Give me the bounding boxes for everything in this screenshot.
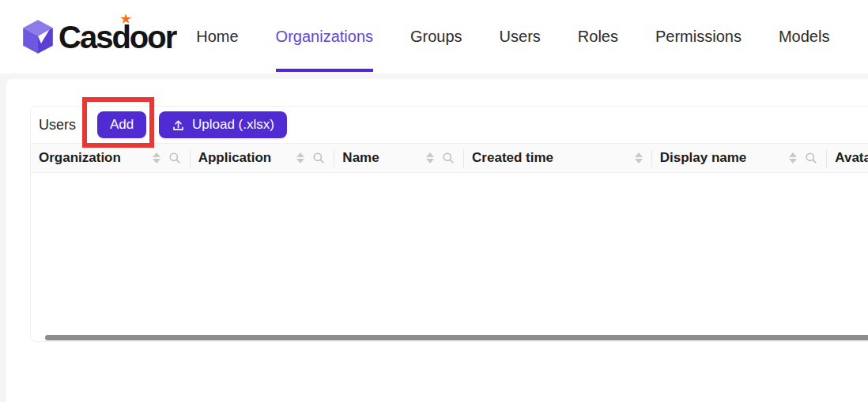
search-icon[interactable] xyxy=(442,152,455,164)
panel-toolbar: Users Add Upload (.xlsx) xyxy=(31,107,868,143)
horizontal-scrollbar[interactable] xyxy=(31,334,868,341)
upload-button-label: Upload (.xlsx) xyxy=(192,117,274,133)
annotation-highlight-box xyxy=(82,97,154,148)
top-nav-bar: Casdoor ★ Home Organizations Groups User… xyxy=(0,0,868,73)
search-icon[interactable] xyxy=(168,152,181,164)
caret-up-icon xyxy=(296,152,304,157)
upload-xlsx-button[interactable]: Upload (.xlsx) xyxy=(159,111,287,138)
table-header-row: Organization Application xyxy=(31,143,868,173)
caret-up-icon xyxy=(635,152,643,157)
column-label: Organization xyxy=(39,150,148,166)
column-header-avatar[interactable]: Avatar xyxy=(827,144,868,172)
caret-down-icon xyxy=(789,159,797,163)
column-label: Avatar xyxy=(835,150,868,166)
caret-down-icon xyxy=(426,159,434,163)
sorter-icon[interactable] xyxy=(635,152,643,163)
nav-item-users[interactable]: Users xyxy=(500,0,541,73)
nav-item-groups[interactable]: Groups xyxy=(410,0,462,73)
caret-up-icon xyxy=(789,152,797,157)
panel-title: Users xyxy=(39,117,76,133)
sorter-icon[interactable] xyxy=(426,152,434,163)
search-icon[interactable] xyxy=(805,152,817,164)
sorter-icon[interactable] xyxy=(296,152,304,163)
upload-icon xyxy=(172,118,185,132)
main-menu: Home Organizations Groups Users Roles Pe… xyxy=(196,0,829,73)
column-label: Display name xyxy=(660,150,785,166)
column-header-organization[interactable]: Organization xyxy=(31,144,191,172)
search-icon[interactable] xyxy=(312,152,325,164)
sorter-icon[interactable] xyxy=(789,152,797,163)
sorter-icon[interactable] xyxy=(153,152,160,163)
users-table-panel: Users Add Upload (.xlsx) Organization xyxy=(30,106,868,342)
column-label: Application xyxy=(198,150,292,166)
caret-down-icon xyxy=(296,159,304,163)
column-header-name[interactable]: Name xyxy=(334,144,464,172)
table-body-empty xyxy=(31,173,868,334)
casdoor-wordmark: Casdoor ★ xyxy=(58,21,175,53)
column-label: Created time xyxy=(472,150,630,166)
nav-item-permissions[interactable]: Permissions xyxy=(655,0,742,73)
column-header-created-time[interactable]: Created time xyxy=(464,144,652,172)
scrollbar-thumb[interactable] xyxy=(45,335,868,340)
column-header-application[interactable]: Application xyxy=(191,144,335,172)
nav-item-organizations[interactable]: Organizations xyxy=(276,0,373,73)
caret-down-icon xyxy=(153,159,160,163)
nav-item-models[interactable]: Models xyxy=(779,0,829,73)
logo-star-icon: ★ xyxy=(121,13,131,24)
nav-item-roles[interactable]: Roles xyxy=(578,0,618,73)
casdoor-cube-icon xyxy=(22,19,54,54)
nav-item-home[interactable]: Home xyxy=(196,0,238,73)
casdoor-logo[interactable]: Casdoor ★ xyxy=(22,19,175,54)
caret-up-icon xyxy=(153,152,160,157)
column-header-display-name[interactable]: Display name xyxy=(652,144,828,172)
caret-up-icon xyxy=(426,152,434,157)
caret-down-icon xyxy=(635,159,643,163)
column-label: Name xyxy=(342,150,421,166)
